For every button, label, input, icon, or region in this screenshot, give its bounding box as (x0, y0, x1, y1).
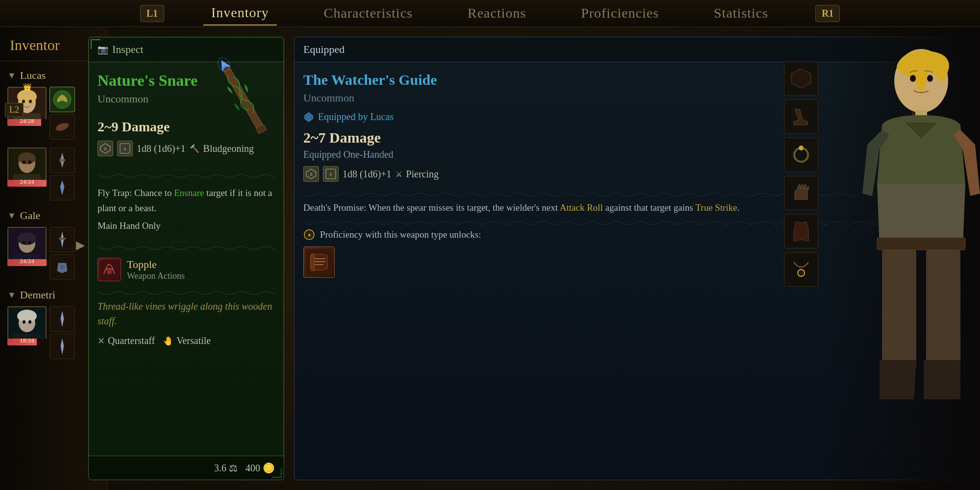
demetri-weapon2-icon (53, 338, 71, 355)
equip-slot-offhand-lucas[interactable] (49, 114, 75, 140)
svg-point-55 (799, 146, 804, 150)
main-content: 📷 Inspect (78, 27, 980, 490)
svg-point-26 (28, 320, 31, 324)
equipped-damage-type: Piercing (406, 169, 439, 180)
equip-slot-2-gale[interactable] (49, 254, 75, 280)
dice-d8-icon: 8 (98, 141, 113, 156)
tags-line: ✕ Quarterstaff 🤚 Versatile (98, 335, 275, 346)
item-weight: 3.6 ⚖ (214, 462, 238, 474)
svg-point-62 (910, 75, 916, 82)
equipped-dice-formula: 1d8 (1d6)+1 (343, 169, 392, 180)
tag-quarterstaff: ✕ Quarterstaff (98, 335, 155, 346)
item-gold-value: 400 🪙 (245, 462, 275, 474)
svg-point-63 (927, 75, 933, 82)
rslot-armor[interactable] (784, 61, 818, 96)
svg-point-13 (28, 161, 31, 164)
damage-type-icon: 🔨 (190, 144, 199, 153)
tab-characteristics[interactable]: Characteristics (316, 1, 420, 25)
d8-svg: 8 (99, 143, 111, 154)
svg-point-37 (107, 270, 112, 274)
demetri-weapon1-icon (53, 310, 71, 328)
rslot-cloak[interactable] (784, 214, 818, 248)
eq-d8-svg: 8 (305, 168, 317, 180)
armor-icon (789, 66, 813, 91)
topple-svg (100, 260, 119, 279)
expand-icon-lucas: ▼ (7, 71, 16, 81)
equipped-dice-d6: 6 (323, 166, 339, 182)
equipped-gem-icon (303, 112, 314, 122)
svg-point-23 (17, 310, 37, 322)
action-name: Topple (127, 258, 185, 271)
gale-hp: 24/24 (7, 257, 47, 265)
l2-badge[interactable]: L2 (5, 103, 24, 117)
tab-reactions[interactable]: Reactions (460, 1, 534, 25)
svg-point-20 (60, 265, 64, 269)
avatar-demetri[interactable]: 18/24 (7, 306, 47, 345)
svg-text:6: 6 (330, 172, 332, 177)
svg-point-18 (23, 241, 25, 245)
inspect-panel: 📷 Inspect (88, 37, 284, 480)
necklace-icon (789, 257, 813, 282)
tag-quarterstaff-label: Quarterstaff (108, 335, 155, 346)
member-name-gale: Gale (20, 209, 41, 222)
lucas-hp: 24/28 (7, 117, 47, 125)
ability-true-strike: True Strike (695, 202, 737, 213)
topple-action-icon (98, 258, 121, 281)
svg-point-56 (798, 270, 805, 276)
weapon-icon (52, 90, 72, 109)
eq-d6-svg: 6 (325, 168, 337, 180)
ability-highlight: Ensnare (174, 188, 204, 198)
l1-button[interactable]: L1 (140, 5, 164, 22)
character-silhouette (823, 27, 980, 468)
tag-versatile-label: Versatile (176, 335, 211, 346)
flavor-text: Thread-like vines wriggle along this woo… (98, 299, 275, 328)
equip-slot-weapon-lucas[interactable] (49, 87, 75, 112)
tab-inventory[interactable]: Inventory (203, 1, 277, 25)
demetri-hp: 18/24 (7, 337, 47, 344)
expand-icon-gale: ▼ (7, 211, 16, 221)
hand-icon: 🤚 (163, 336, 173, 346)
panel-arrow[interactable]: ▶ (76, 238, 85, 252)
svg-point-10 (18, 152, 36, 164)
r1-button[interactable]: R1 (815, 5, 840, 22)
member2-hp: 24/24 (7, 178, 47, 186)
tab-proficiencies[interactable]: Proficiencies (573, 1, 667, 25)
dice-line: 8 6 1d8 (1d6)+1 🔨 Bludgeoning (98, 141, 275, 156)
svg-text:6: 6 (124, 147, 126, 151)
character-preview-area (823, 27, 980, 490)
svg-point-19 (28, 241, 31, 245)
wave-sep-1 (98, 173, 275, 179)
weapon-action-topple[interactable]: Topple Weapon Actions (98, 254, 275, 285)
rslot-boots[interactable] (784, 99, 818, 134)
scroll-action-icon[interactable] (303, 246, 335, 278)
ring-icon (789, 143, 813, 167)
avatar-member2[interactable]: 24/24 (7, 147, 47, 187)
rslot-necklace[interactable] (784, 252, 818, 287)
avatar-gale[interactable]: 24/24 (7, 227, 47, 266)
d6-svg: 6 (119, 143, 131, 154)
equip-slot-2-demetri[interactable] (49, 334, 75, 359)
equip-slot-1-gale[interactable] (49, 227, 75, 252)
boots-icon (789, 104, 813, 129)
svg-point-12 (23, 161, 25, 164)
gloves-icon (789, 181, 813, 205)
cross-icon: ✕ (98, 336, 105, 346)
equip-slot-1-m2[interactable] (49, 147, 75, 173)
svg-point-25 (23, 320, 25, 324)
rslot-gloves[interactable] (784, 176, 818, 210)
equipped-damage-type-icon: ⚔ (395, 170, 402, 179)
property-line: Main Hand Only (98, 220, 275, 231)
equip-slot-2-m2[interactable] (49, 175, 75, 200)
offhand-icon (53, 118, 71, 136)
svg-text:8: 8 (310, 172, 313, 177)
equip-slot-1-demetri[interactable] (49, 306, 75, 332)
proficiency-icon: ★ (303, 229, 315, 241)
equipped-dice-d8: 8 (303, 166, 319, 182)
tab-statistics[interactable]: Statistics (706, 1, 776, 25)
rslot-ring[interactable] (784, 138, 818, 172)
ability-description: Fly Trap: Chance to Ensnare target if it… (98, 186, 275, 216)
weight-icon: ⚖ (229, 463, 238, 473)
right-equipment-slots (784, 61, 818, 287)
top-navigation: L1 Inventory Characteristics Reactions P… (0, 0, 980, 27)
svg-point-16 (18, 232, 36, 245)
